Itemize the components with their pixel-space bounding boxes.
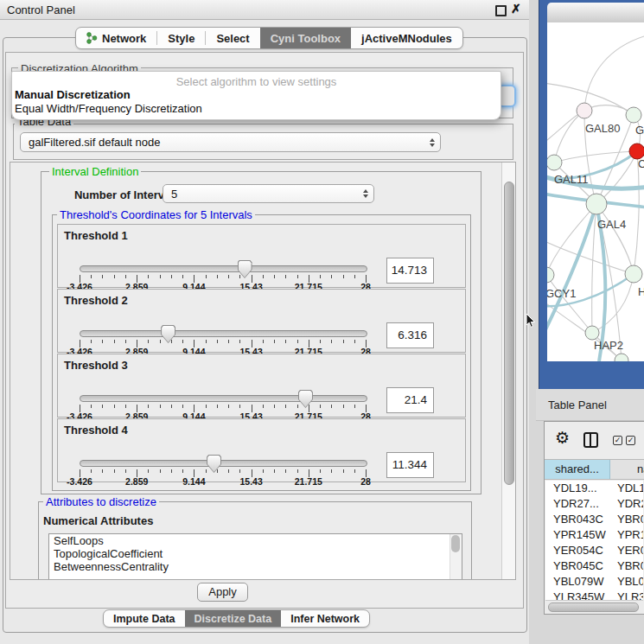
attributes-list-scrollbar[interactable] — [450, 534, 462, 580]
tick-mark — [217, 340, 218, 343]
attribute-list-item[interactable]: TopologicalCoefficient — [49, 547, 462, 560]
threshold-label: Threshold 1 — [64, 229, 128, 242]
table-row[interactable]: YDL19...YDL1 — [545, 481, 643, 496]
close-icon[interactable]: ✗ — [511, 2, 521, 16]
network-edge[interactable] — [592, 204, 596, 333]
tick-mark — [331, 405, 332, 408]
network-edge[interactable] — [554, 111, 584, 163]
tick-mark — [125, 275, 126, 278]
table-cell[interactable]: YBL0 — [611, 574, 643, 590]
network-node-green[interactable] — [615, 354, 628, 361]
scrollbar-thumb[interactable] — [504, 182, 514, 485]
number-of-intervals-combobox[interactable]: 5 — [163, 184, 374, 203]
table-row[interactable]: YBR045CYBR0 — [545, 558, 643, 574]
float-window-icon[interactable] — [495, 5, 507, 16]
combobox-stepper-icon — [363, 189, 368, 198]
slider-track[interactable] — [80, 330, 367, 337]
threshold-value-field[interactable]: 6.316 — [386, 322, 434, 348]
table-body: YDL19...YDL1YDR27...YDR2YBR043CYBR0YPR14… — [545, 481, 643, 600]
network-edge[interactable] — [584, 36, 644, 111]
tab-impute-data[interactable]: Impute Data — [104, 610, 185, 627]
tab-cyni-toolbox[interactable]: Cyni Toolbox — [260, 28, 351, 48]
checkbox-icon[interactable]: ✓ — [613, 436, 622, 445]
table-row[interactable]: YLR345WYLR3 — [545, 590, 643, 600]
checkbox-icon[interactable]: ✓ — [626, 436, 635, 445]
table-cell[interactable]: YDL19... — [545, 481, 611, 496]
algorithm-dropdown-hint: Select algorithm to view settings — [12, 75, 501, 88]
threshold-value-field[interactable]: 21.4 — [386, 387, 434, 413]
column-header-name[interactable]: na — [610, 460, 644, 479]
network-edge[interactable] — [547, 204, 596, 275]
attribute-list-item[interactable]: BetweennessCentrality — [49, 560, 462, 573]
slider-track[interactable] — [80, 265, 367, 272]
table-row[interactable]: YBR043CYBR0 — [545, 512, 643, 527]
table-cell[interactable]: YER0 — [611, 543, 643, 558]
table-cell[interactable]: YLR345W — [545, 590, 611, 600]
gear-icon[interactable]: ⚙ — [555, 428, 570, 447]
tick-mark — [239, 275, 240, 278]
apply-button[interactable]: Apply — [197, 583, 248, 602]
network-node-pink[interactable] — [577, 103, 592, 118]
tab-discretize-data[interactable]: Discretize Data — [185, 610, 282, 627]
threshold-panel-1: Threshold 1-3.4262.8599.14415.4321.71528… — [57, 224, 466, 288]
network-graph[interactable]: GAL80GACGAL11GAL4GCY1HAHAP2 — [547, 22, 644, 361]
scrollbar-thumb[interactable] — [451, 535, 460, 552]
numerical-attributes-label: Numerical Attributes — [43, 514, 153, 527]
tick-mark — [182, 275, 183, 278]
network-node-green[interactable] — [547, 155, 562, 170]
attribute-list-item[interactable]: SelfLoops — [49, 534, 462, 547]
table-cell[interactable]: YBL079W — [545, 574, 611, 590]
network-node-green[interactable] — [625, 265, 642, 283]
table-cell[interactable]: YDR2 — [611, 496, 643, 512]
table-horizontal-scrollbar[interactable] — [545, 600, 643, 613]
table-data-combobox[interactable]: galFiltered.sif default node — [20, 132, 441, 152]
table-cell[interactable]: YER054C — [545, 543, 611, 558]
table-cell[interactable]: YBR0 — [611, 558, 643, 574]
tick-mark — [263, 340, 264, 343]
table-cell[interactable]: YDL1 — [611, 481, 643, 496]
network-node-green[interactable] — [626, 107, 641, 123]
algorithm-option-manual[interactable]: Manual Discretization — [12, 88, 501, 102]
tick-mark — [102, 469, 103, 473]
network-edge[interactable] — [592, 274, 634, 333]
table-cell[interactable]: YBR0 — [611, 512, 643, 527]
table-cell[interactable]: YBR043C — [545, 512, 611, 527]
tab-jactivemnodules[interactable]: jActiveMNodules — [351, 28, 462, 48]
tab-network[interactable]: Network — [76, 28, 156, 48]
network-node-label: GCY1 — [547, 287, 576, 300]
tab-select[interactable]: Select — [206, 28, 259, 48]
table-row[interactable]: YDR27...YDR2 — [545, 496, 643, 512]
scrollbar-thumb[interactable] — [548, 603, 639, 612]
network-node-label: HA — [638, 285, 644, 298]
tick-mark — [148, 469, 149, 473]
table-cell[interactable]: YDR27... — [545, 496, 611, 512]
network-edge[interactable] — [547, 204, 596, 337]
algorithm-option-equal-width[interactable]: Equal Width/Frequency Discretization — [12, 102, 501, 116]
network-node-green[interactable] — [586, 194, 607, 214]
tick-mark — [239, 469, 240, 473]
slider-track[interactable] — [80, 395, 367, 402]
slider-track[interactable] — [80, 460, 367, 467]
network-edge[interactable] — [547, 240, 634, 274]
split-view-icon[interactable] — [583, 432, 598, 448]
tick-mark — [91, 469, 92, 473]
table-row[interactable]: YPR145WYPR1 — [545, 527, 643, 543]
settings-vertical-scrollbar[interactable] — [501, 163, 515, 579]
network-view-canvas[interactable]: GAL80GACGAL11GAL4GCY1HAHAP2 — [547, 22, 644, 361]
tick-mark — [206, 275, 207, 278]
network-window-titlebar[interactable] — [547, 3, 644, 23]
network-node-green[interactable] — [547, 267, 554, 283]
threshold-value-field[interactable]: 14.713 — [386, 258, 434, 284]
tick-mark — [148, 405, 149, 408]
table-row[interactable]: YER054CYER0 — [545, 543, 643, 558]
table-cell[interactable]: YBR045C — [545, 558, 611, 574]
table-cell[interactable]: YPR1 — [611, 527, 643, 543]
table-cell[interactable]: YLR3 — [611, 590, 643, 600]
network-node-green[interactable] — [585, 326, 599, 340]
tab-style[interactable]: Style — [157, 28, 205, 48]
table-row[interactable]: YBL079WYBL0 — [545, 574, 643, 590]
table-cell[interactable]: YPR145W — [545, 527, 611, 543]
threshold-value-field[interactable]: 11.344 — [386, 452, 434, 478]
column-header-shared-name[interactable]: shared... — [545, 460, 610, 479]
tab-infer-network[interactable]: Infer Network — [281, 610, 369, 627]
